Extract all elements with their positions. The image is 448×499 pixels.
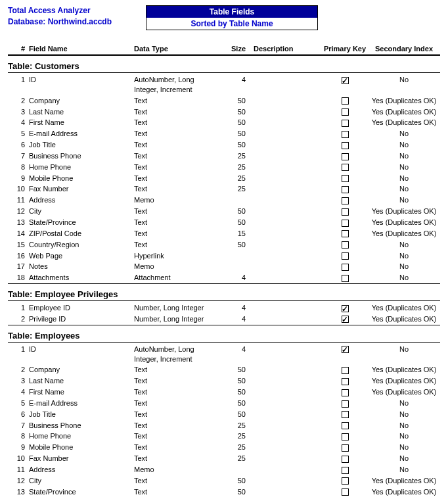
column-headers: # Field Name Data Type Size Description …	[8, 45, 440, 56]
cell-pk	[322, 240, 368, 250]
table-title: Table: Employee Privileges	[8, 289, 440, 301]
cell-idx: Yes (Duplicates OK)	[368, 487, 440, 497]
checkbox-icon	[342, 488, 349, 496]
cell-type: Text	[134, 162, 219, 172]
cell-idx: No	[368, 151, 440, 161]
cell-size: 50	[219, 140, 250, 150]
checkbox-icon	[342, 175, 349, 182]
cell-idx: Yes (Duplicates OK)	[368, 376, 440, 386]
cell-idx: Yes (Duplicates OK)	[368, 303, 440, 313]
table-row: 17NotesMemoNo	[8, 261, 440, 272]
cell-type: Text	[134, 442, 219, 452]
checkbox-icon	[342, 467, 349, 474]
cell-pk	[322, 251, 368, 261]
cell-idx: No	[368, 410, 440, 419]
cell-field: Fax Number	[29, 454, 134, 463]
cell-pk	[322, 96, 368, 106]
cell-size: 50	[219, 365, 250, 375]
cell-pk	[322, 410, 368, 419]
cell-field: E-mail Address	[29, 398, 134, 408]
cell-num: 1	[8, 303, 29, 313]
cell-num: 12	[8, 206, 29, 216]
cell-num: 2	[8, 365, 29, 375]
cell-field: Company	[29, 96, 134, 106]
cell-size: 50	[219, 129, 250, 139]
cell-size: 50	[219, 476, 250, 486]
table-row: 4First NameText50Yes (Duplicates OK)	[8, 117, 440, 128]
cell-type: Text	[134, 431, 219, 441]
cell-type: Text	[134, 398, 219, 408]
cell-size: 50	[219, 376, 250, 386]
cell-field: Web Page	[29, 251, 134, 261]
checkbox-icon	[342, 131, 349, 138]
cell-pk	[322, 195, 368, 205]
cell-type: AutoNumber, Long Integer, Increment	[134, 345, 219, 364]
checkbox-icon	[342, 77, 349, 84]
cell-idx: Yes (Duplicates OK)	[368, 314, 440, 324]
table-row: 2Privilege IDNumber, Long Integer4Yes (D…	[8, 314, 440, 325]
cell-type: Text	[134, 151, 219, 161]
cell-type: Text	[134, 206, 219, 216]
col-field: Field Name	[29, 45, 134, 53]
cell-num: 5	[8, 398, 29, 408]
cell-field: Business Phone	[29, 421, 134, 431]
checkbox-icon	[342, 186, 349, 193]
cell-size: 15	[219, 229, 250, 239]
cell-num: 11	[8, 465, 29, 475]
col-pk: Primary Key	[322, 45, 368, 53]
cell-pk	[322, 174, 368, 183]
cell-field: Last Name	[29, 376, 134, 386]
cell-size: 25	[219, 162, 250, 172]
cell-field: Mobile Phone	[29, 442, 134, 452]
cell-pk	[322, 151, 368, 161]
cell-field: First Name	[29, 387, 134, 397]
table-row: 14ZIP/Postal CodeText15Yes (Duplicates O…	[8, 228, 440, 239]
cell-pk	[322, 345, 368, 354]
cell-num: 5	[8, 129, 29, 139]
cell-type: Text	[134, 129, 219, 139]
cell-field: Mobile Phone	[29, 174, 134, 183]
cell-pk	[322, 421, 368, 431]
table-row: 5E-mail AddressText50No	[8, 128, 440, 139]
cell-type: Memo	[134, 465, 219, 475]
table-row: 18AttachmentsAttachment4No	[8, 272, 440, 284]
table-row: 9Mobile PhoneText25No	[8, 442, 440, 453]
cell-idx: No	[368, 345, 440, 354]
cell-type: Text	[134, 487, 219, 497]
cell-size: 25	[219, 421, 250, 431]
col-idx: Secondary Index	[368, 45, 440, 53]
checkbox-icon	[342, 97, 349, 105]
cell-field: City	[29, 206, 134, 216]
db-label: Database: Northwind.accdb	[8, 16, 133, 28]
cell-pk	[322, 465, 368, 475]
cell-idx: Yes (Duplicates OK)	[368, 96, 440, 106]
cell-idx: No	[368, 431, 440, 441]
checkbox-icon	[342, 378, 349, 385]
cell-idx: Yes (Duplicates OK)	[368, 107, 440, 117]
cell-field: First Name	[29, 118, 134, 128]
table-row: 13State/ProvinceText50Yes (Duplicates OK…	[8, 487, 440, 498]
cell-idx: No	[368, 240, 440, 250]
cell-type: Number, Long Integer	[134, 303, 219, 313]
table-row: 12CityText50Yes (Duplicates OK)	[8, 206, 440, 217]
cell-idx: No	[368, 174, 440, 183]
cell-idx: No	[368, 195, 440, 205]
table-row: 4First NameText50Yes (Duplicates OK)	[8, 387, 440, 398]
table-row: 2CompanyText50Yes (Duplicates OK)	[8, 95, 440, 107]
table-row: 16Web PageHyperlinkNo	[8, 250, 440, 262]
cell-num: 9	[8, 442, 29, 452]
col-desc: Description	[250, 45, 322, 53]
cell-pk	[322, 376, 368, 386]
checkbox-icon	[342, 316, 349, 323]
cell-idx: No	[368, 140, 440, 150]
cell-pk	[322, 262, 368, 272]
cell-field: ID	[29, 345, 134, 354]
checkbox-icon	[342, 444, 349, 452]
cell-type: Text	[134, 184, 219, 194]
cell-idx: Yes (Duplicates OK)	[368, 387, 440, 397]
cell-pk	[322, 431, 368, 441]
cell-num: 3	[8, 376, 29, 386]
checkbox-icon	[342, 220, 349, 227]
table-row: 9Mobile PhoneText25No	[8, 173, 440, 184]
checkbox-icon	[342, 389, 349, 396]
